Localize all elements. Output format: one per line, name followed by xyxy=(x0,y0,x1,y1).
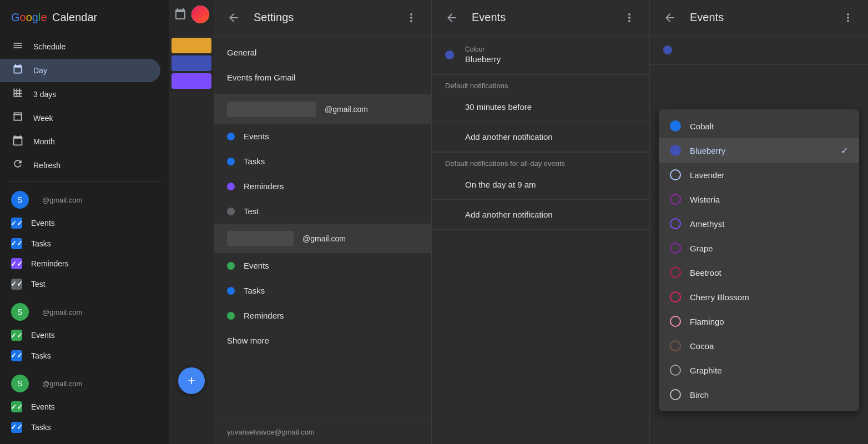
cal-tasks1[interactable]: ✓ Tasks xyxy=(0,234,169,254)
schedule-icon xyxy=(11,40,24,54)
color-option-wisteria[interactable]: Wisteria xyxy=(659,187,859,211)
cal-events2[interactable]: ✓ Events xyxy=(0,325,169,345)
reminders1-dot xyxy=(227,183,235,190)
account1-input-mock xyxy=(227,102,316,117)
settings-test1[interactable]: Test xyxy=(214,199,431,224)
color-option-cocoa[interactable]: Cocoa xyxy=(659,334,859,358)
color-more-button[interactable] xyxy=(837,7,859,29)
wisteria-label: Wisteria xyxy=(690,195,848,204)
nav-item-3days[interactable]: 3 days xyxy=(0,82,160,106)
test1-label: Test xyxy=(31,280,46,289)
show-more-button[interactable]: Show more xyxy=(214,328,431,353)
google-calendar-wordmark: Google Calendar xyxy=(11,11,97,24)
notif-value: 30 minutes before xyxy=(445,102,532,112)
nav-label-3days: 3 days xyxy=(33,90,56,99)
color-option-blueberry[interactable]: Blueberry ✓ xyxy=(659,138,859,163)
color-option-grape[interactable]: Grape xyxy=(659,236,859,260)
colour-row[interactable]: Colour Blueberry xyxy=(432,36,649,74)
add-notif-row[interactable]: Add another notification xyxy=(432,122,649,152)
events2-dot xyxy=(227,262,235,270)
settings-tasks2[interactable]: Tasks xyxy=(214,278,431,303)
tasks1-checkbox[interactable]: ✓ xyxy=(11,238,22,249)
amethyst-label: Amethyst xyxy=(690,219,848,229)
nav-item-schedule[interactable]: Schedule xyxy=(0,35,160,59)
settings-events1[interactable]: Events xyxy=(214,124,431,149)
nav-item-week[interactable]: Week xyxy=(0,106,160,130)
color-option-birch[interactable]: Birch xyxy=(659,382,859,407)
events-header: Events xyxy=(432,0,649,36)
cal-tasks2[interactable]: ✓ Tasks xyxy=(0,346,169,366)
account1-row: S @gmail.com xyxy=(0,186,169,213)
tasks1-dot xyxy=(227,158,235,165)
cal-events1[interactable]: ✓ Events xyxy=(0,213,169,233)
color-option-cherry-blossom[interactable]: Cherry Blossom xyxy=(659,285,859,309)
account2-avatar: S xyxy=(11,303,29,321)
color-option-cobalt[interactable]: Cobalt xyxy=(659,114,859,138)
settings-more-button[interactable] xyxy=(400,7,422,29)
reminders1-label: Reminders xyxy=(31,259,69,268)
colour-value: Blueberry xyxy=(465,54,636,64)
amethyst-circle xyxy=(670,218,681,229)
cocoa-circle xyxy=(670,340,681,351)
account1-avatar: S xyxy=(11,191,29,209)
account1-at-email: @gmail.com xyxy=(325,105,368,114)
cal-events3[interactable]: ✓ Events xyxy=(0,397,169,417)
nav-label-refresh: Refresh xyxy=(33,161,60,170)
settings-account2-section: @gmail.com Events Tasks Reminders Show m… xyxy=(214,224,431,353)
events-more-button[interactable] xyxy=(618,7,640,29)
account2-input-mock xyxy=(227,231,294,246)
events1-checkbox[interactable]: ✓ xyxy=(11,218,22,229)
color-option-graphite[interactable]: Graphite xyxy=(659,358,859,382)
cobalt-label: Cobalt xyxy=(690,122,848,131)
cal-tasks3[interactable]: ✓ Tasks xyxy=(0,417,169,437)
events-back-button[interactable] xyxy=(441,7,463,29)
tasks1-label: Tasks xyxy=(31,239,51,248)
lavender-circle xyxy=(670,169,681,180)
events3-checkbox[interactable]: ✓ xyxy=(11,401,22,412)
cal-test1[interactable]: ✓ Test xyxy=(0,274,169,294)
color-option-flamingo[interactable]: Flamingo xyxy=(659,309,859,334)
allday-value-row[interactable]: On the day at 9 am xyxy=(432,170,649,200)
nav-label-day: Day xyxy=(33,66,47,75)
cocoa-label: Cocoa xyxy=(690,341,848,351)
color-option-beetroot[interactable]: Beetroot xyxy=(659,260,859,285)
add-allday-label: Add another notification xyxy=(445,210,553,219)
fab-button[interactable]: + xyxy=(178,367,205,394)
settings-nav-events-gmail[interactable]: Events from Gmail xyxy=(214,65,431,90)
tasks3-checkbox[interactable]: ✓ xyxy=(11,422,22,433)
reminders1-checkbox[interactable]: ✓ xyxy=(11,258,22,269)
events-panel: Events Colour Blueberry Default notifica… xyxy=(432,0,650,444)
grape-circle xyxy=(670,243,681,254)
test1-checkbox[interactable]: ✓ xyxy=(11,279,22,290)
day-icon xyxy=(11,64,24,78)
color-back-button[interactable] xyxy=(659,7,681,29)
settings-nav-general[interactable]: General xyxy=(214,40,431,65)
flamingo-circle xyxy=(670,316,681,327)
settings-reminders2[interactable]: Reminders xyxy=(214,303,431,328)
color-option-lavender[interactable]: Lavender xyxy=(659,163,859,187)
events2-label: Events xyxy=(31,331,55,340)
account3-row: S @gmail.com xyxy=(0,370,169,397)
settings-panel: Settings General Events from Gmail @gmai… xyxy=(214,0,432,444)
add-allday-row[interactable]: Add another notification xyxy=(432,200,649,230)
cal-reminders1[interactable]: ✓ Reminders xyxy=(0,254,169,274)
week-icon xyxy=(11,111,24,125)
nav-label-week: Week xyxy=(33,114,53,123)
nav-item-month[interactable]: Month xyxy=(0,130,160,154)
nav-item-refresh[interactable]: Refresh xyxy=(0,154,160,178)
beetroot-label: Beetroot xyxy=(690,268,848,278)
account2-email: @gmail.com xyxy=(42,308,82,316)
settings-reminders1[interactable]: Reminders xyxy=(214,174,431,199)
settings-tasks1[interactable]: Tasks xyxy=(214,149,431,174)
settings-back-button[interactable] xyxy=(223,7,245,29)
tasks2-checkbox[interactable]: ✓ xyxy=(11,350,22,361)
color-option-amethyst[interactable]: Amethyst xyxy=(659,211,859,236)
settings-events2[interactable]: Events xyxy=(214,253,431,278)
notif-value-row[interactable]: 30 minutes before xyxy=(432,92,649,122)
beetroot-circle xyxy=(670,267,681,278)
settings-title: Settings xyxy=(254,11,391,24)
color-panel-title: Events xyxy=(690,11,828,24)
reminders2-dot xyxy=(227,312,235,320)
nav-item-day[interactable]: Day xyxy=(0,59,160,83)
events2-checkbox[interactable]: ✓ xyxy=(11,330,22,341)
